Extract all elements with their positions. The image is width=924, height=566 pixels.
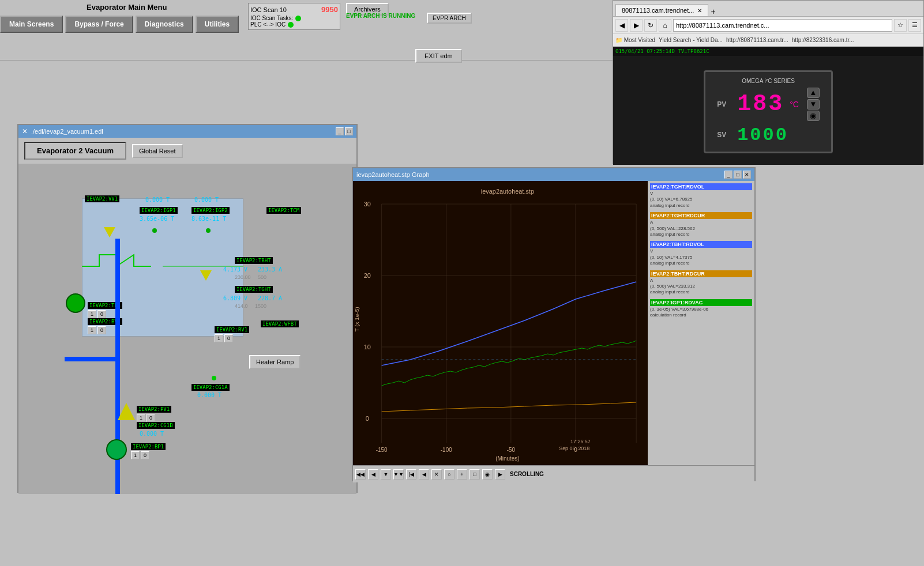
browser-back-button[interactable]: ◀	[615, 19, 628, 32]
exit-edm-button[interactable]: EXIT edm	[415, 49, 462, 63]
ioc-tasks-led	[295, 16, 301, 21]
omega-pv-label: PV	[717, 100, 731, 108]
graph-btn-circle[interactable]: ○	[444, 469, 455, 480]
graph-btn-down1[interactable]: ▼	[381, 469, 391, 480]
omega-up-button[interactable]: ▲	[807, 88, 820, 98]
browser-reload-button[interactable]: ↻	[644, 19, 657, 32]
tp1-btn2[interactable]: 0	[97, 310, 106, 318]
svg-text:(Minutes): (Minutes)	[495, 455, 519, 462]
graph-btn-plus[interactable]: +	[457, 469, 467, 480]
bv1-btn1[interactable]: 1	[88, 326, 96, 334]
rv1-controls: 1 0	[215, 334, 233, 342]
graph-btn-square[interactable]: □	[469, 469, 480, 480]
igp2-label: IEVAP2:IGP2	[191, 207, 230, 214]
browser-tab-bar: 80871113.cam.trendnet... ✕ +	[613, 1, 923, 17]
dot-igp1	[152, 228, 157, 233]
graph-btn-x[interactable]: ✕	[431, 469, 442, 480]
tbht-label: IEVAP2:TBHT	[235, 257, 273, 264]
nav-utilities[interactable]: Utilities	[196, 16, 239, 33]
edl-close-icon[interactable]: ✕	[22, 127, 28, 135]
global-reset-button[interactable]: Global Reset	[132, 144, 183, 158]
pv1-btn1[interactable]: 1	[137, 414, 145, 422]
browser-tab[interactable]: 80871113.cam.trendnet... ✕	[615, 4, 708, 16]
evpr-arch-button[interactable]: EVPR ARCH	[427, 13, 472, 24]
graph-btn-down2[interactable]: ▼▼	[393, 469, 404, 480]
legend-tght-rdvol-detail: V(0, 10) VAL=6.78625analog input record	[650, 191, 752, 209]
bookmarks-bar: 📁 Most Visited Yield Search - Yield Da..…	[613, 34, 923, 47]
graph-btn-record[interactable]: ◉	[482, 469, 493, 480]
vv1-value: 0.000 T	[145, 197, 170, 203]
browser-star-button[interactable]: ☆	[894, 19, 907, 32]
legend-item-tght-rdcur: IEVAP2:TGHT:RDCUR A(0, 500) VAL=228.562a…	[650, 212, 752, 237]
graph-btn-play[interactable]: ▶	[495, 469, 505, 480]
bookmark-yield-search[interactable]: Yield Search - Yield Da...	[659, 37, 723, 43]
graph-btn-prev[interactable]: ◀	[419, 469, 429, 480]
bp1-label: IEVAP2:BP1	[131, 443, 166, 450]
omega-enter-button[interactable]: ◉	[807, 111, 820, 121]
tab-close-icon[interactable]: ✕	[697, 7, 702, 14]
rv1-btn1[interactable]: 1	[215, 334, 223, 342]
browser-home-button[interactable]: ⌂	[659, 19, 671, 32]
bookmark-cam2[interactable]: http://82323316.cam.tr...	[792, 37, 854, 43]
graph-legend: IEVAP2:TGHT:RDVOL V(0, 10) VAL=6.78625an…	[648, 181, 754, 465]
graph-footer: ◀◀ ◀ ▼ ▼▼ |◀ ◀ ✕ ○ + □ ◉ ▶ SCROLLING	[353, 465, 754, 482]
graph-btn-back[interactable]: ◀	[368, 469, 378, 480]
graph-body: 30 20 10 0 -150 -100 -50 0 T (x 1e-5) (M…	[353, 181, 754, 465]
graph-main: 30 20 10 0 -150 -100 -50 0 T (x 1e-5) (M…	[353, 181, 648, 465]
tp1-controls: 1 0	[88, 310, 106, 318]
omega-down-button[interactable]: ▼	[807, 99, 820, 110]
bookmark-most-visited[interactable]: 📁 Most Visited	[615, 37, 655, 43]
legend-tbht-rdvol-detail: V(0, 10) VAL=4.17375analog input record	[650, 248, 752, 266]
rv1-btn2[interactable]: 0	[224, 334, 233, 342]
graph-maximize-button[interactable]: □	[734, 171, 742, 179]
igp1-label: IEVAP2:IGP1	[140, 207, 178, 214]
dot-igp2	[206, 228, 211, 233]
omega-controls: ▲ ▼ ◉	[807, 88, 820, 121]
new-tab-button[interactable]: +	[711, 7, 715, 16]
bv1-controls: 1 0	[88, 326, 106, 334]
browser-window: 80871113.cam.trendnet... ✕ + ◀ ▶ ↻ ⌂ ☆ ☰…	[613, 0, 924, 164]
tght-label: IEVAP2:TGHT	[235, 286, 273, 293]
browser-menu-button[interactable]: ☰	[908, 19, 921, 32]
wfbt-label: IEVAP2:WFBT	[261, 320, 299, 327]
pv1-valve	[118, 403, 135, 421]
graph-close-button[interactable]: ✕	[743, 171, 751, 179]
graph-titlebar: ievap2autoheat.stp Graph _ □ ✕	[353, 168, 754, 181]
tbht-v1: 4.173 V	[223, 266, 247, 273]
bp1-circle	[106, 439, 127, 460]
igp1-val1: 0.000 T	[194, 197, 219, 203]
edl-minimize-button[interactable]: _	[336, 127, 344, 135]
legend-igp1-rdvac-name: IEVAP2:IGP1:RDVAC	[650, 299, 752, 306]
bp1-btn2[interactable]: 0	[141, 451, 149, 459]
bv1-btn2[interactable]: 0	[97, 326, 106, 334]
heater-ramp-button[interactable]: Heater Ramp	[249, 355, 301, 369]
vv1-label: IEVAP2:VV1	[85, 195, 119, 202]
svg-text:30: 30	[364, 201, 371, 207]
nav-buttons: Main Screens Bypass / Force Diagnostics …	[0, 16, 239, 33]
tp1-btn1[interactable]: 1	[88, 310, 96, 318]
evap-title-box: Evaporator 2 Vacuum	[24, 142, 126, 160]
omega-display: OMEGA i²C SERIES PV 183 °C ▲ ▼ ◉ SV 1000	[704, 70, 833, 153]
legend-tbht-rdcur-name: IEVAP2:TBHT:RDCUR	[650, 270, 752, 277]
nav-diagnostics[interactable]: Diagnostics	[136, 16, 193, 33]
bookmark-cam1[interactable]: http://80871113.cam.tr...	[726, 37, 788, 43]
graph-btn-rewind[interactable]: ◀◀	[355, 469, 366, 480]
folder-icon: 📁	[615, 37, 622, 43]
browser-content: 015/04/21 07:25:14D TV=TP8621C OMEGA i²C…	[613, 47, 923, 165]
bp1-btn1[interactable]: 1	[131, 451, 140, 459]
pipe-h1	[65, 357, 119, 361]
legend-item-igp1-rdvac: IEVAP2:IGP1:RDVAC (0, 3e-05) VAL=3.67988…	[650, 299, 752, 319]
nav-main-screens[interactable]: Main Screens	[0, 16, 63, 33]
edl-maximize-button[interactable]: □	[345, 127, 353, 135]
browser-forward-button[interactable]: ▶	[630, 19, 643, 32]
graph-btn-start[interactable]: |◀	[406, 469, 416, 480]
pv1-btn2[interactable]: 0	[147, 414, 155, 422]
address-bar[interactable]	[673, 19, 892, 32]
graph-minimize-button[interactable]: _	[724, 171, 733, 179]
legend-tght-rdcur-name: IEVAP2:TGHT:RDCUR	[650, 212, 752, 219]
nav-bypass-force[interactable]: Bypass / Force	[65, 16, 133, 33]
pv1-label: IEVAP2:PV1	[137, 406, 171, 413]
cg1b-label: IEVAP2:CG1B	[137, 422, 175, 429]
ioc-tasks-label: IOC Scan Tasks:	[250, 15, 293, 21]
ioc-plc-label: PLC <--> IOC	[250, 21, 286, 28]
